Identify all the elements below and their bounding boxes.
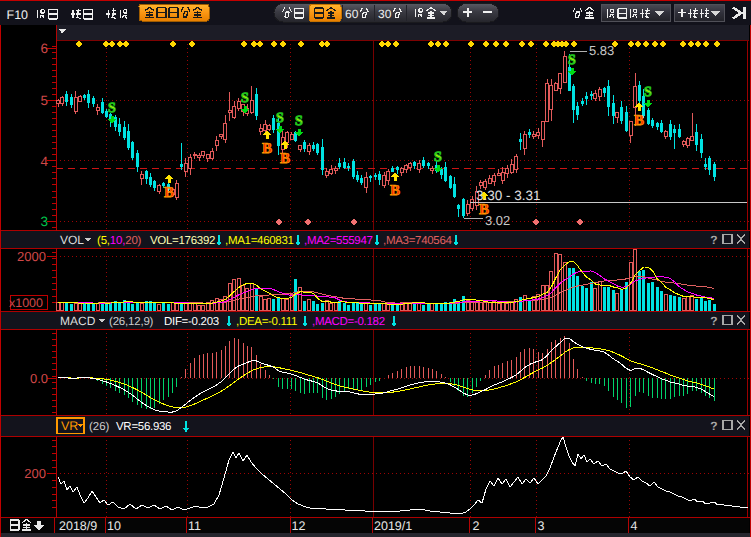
svg-text:(26,12,9): (26,12,9) (109, 316, 154, 328)
svg-text:30: 30 (378, 7, 392, 21)
svg-text:,MACD=-0.182: ,MACD=-0.182 (312, 316, 385, 328)
svg-text:?: ? (710, 233, 717, 247)
svg-text:5.83: 5.83 (589, 43, 614, 58)
svg-text:5: 5 (40, 93, 48, 108)
svg-text:B: B (164, 185, 174, 201)
svg-text:(26): (26) (89, 421, 110, 433)
svg-text:(5,10,20): (5,10,20) (97, 235, 142, 247)
svg-text:DIF=-0.203: DIF=-0.203 (164, 316, 219, 328)
svg-text:S: S (295, 114, 303, 129)
svg-text:VR: VR (61, 419, 78, 433)
svg-text:60: 60 (345, 7, 359, 21)
svg-text:3: 3 (40, 214, 48, 229)
svg-text:12: 12 (292, 519, 306, 533)
svg-text:,MA2=555947: ,MA2=555947 (304, 235, 373, 247)
svg-text:11: 11 (188, 519, 201, 533)
svg-text:S: S (276, 111, 284, 126)
svg-text:3: 3 (538, 519, 545, 533)
svg-text:VOL: VOL (60, 233, 84, 247)
svg-text:6: 6 (40, 41, 48, 56)
svg-text:B: B (634, 113, 644, 129)
svg-text:2019/1: 2019/1 (374, 519, 412, 533)
svg-text:MACD: MACD (60, 314, 96, 328)
svg-text:2000: 2000 (17, 249, 46, 264)
svg-text:0.0: 0.0 (30, 371, 48, 386)
svg-text:3.02: 3.02 (485, 213, 510, 228)
svg-text:2018/9: 2018/9 (59, 519, 97, 533)
svg-text:4: 4 (631, 519, 638, 533)
svg-text:?: ? (710, 314, 717, 328)
svg-text:S: S (108, 101, 116, 116)
svg-text:,DEA=-0.111: ,DEA=-0.111 (236, 316, 297, 328)
svg-text:2: 2 (473, 519, 480, 533)
svg-text:,MA3=740564: ,MA3=740564 (383, 235, 453, 247)
svg-text:F10: F10 (7, 8, 29, 22)
svg-text:?: ? (710, 419, 717, 433)
svg-text:B: B (262, 141, 272, 157)
svg-text:4: 4 (40, 154, 48, 169)
svg-text:VOL=176392: VOL=176392 (150, 235, 215, 247)
svg-text:B: B (390, 183, 400, 199)
svg-text:S: S (644, 85, 652, 100)
svg-text:B: B (280, 151, 290, 167)
svg-text:,MA1=460831: ,MA1=460831 (225, 235, 294, 247)
svg-text:S: S (241, 91, 249, 106)
svg-text:10: 10 (107, 519, 121, 533)
svg-text:S: S (568, 53, 576, 68)
svg-text:VR=56.936: VR=56.936 (116, 421, 171, 433)
svg-text:x1000: x1000 (9, 296, 43, 310)
svg-text:3.30 - 3.31: 3.30 - 3.31 (476, 188, 541, 203)
svg-text:S: S (434, 150, 442, 165)
svg-text:200: 200 (24, 466, 46, 481)
